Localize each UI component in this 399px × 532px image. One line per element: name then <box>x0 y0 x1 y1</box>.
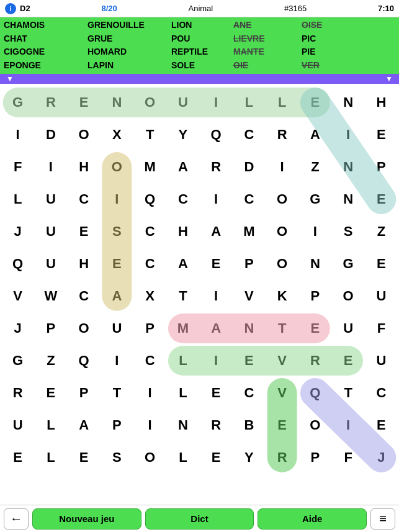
grid-cell[interactable]: E <box>101 248 133 280</box>
grid-cell[interactable]: R <box>298 345 331 377</box>
grid-cell[interactable]: A <box>298 119 331 151</box>
grid-cell[interactable]: Y <box>166 119 199 151</box>
grid-cell[interactable]: I <box>332 119 365 151</box>
menu-button[interactable]: ≡ <box>370 508 395 530</box>
grid-cell[interactable]: Q <box>298 377 331 409</box>
grid-cell[interactable]: O <box>266 248 298 280</box>
grid-cell[interactable]: V <box>266 345 298 377</box>
grid-cell[interactable]: V <box>266 377 298 409</box>
grid-cell[interactable]: C <box>133 248 166 280</box>
grid-cell[interactable]: P <box>34 312 67 345</box>
grid-cell[interactable]: E <box>200 248 233 280</box>
grid-cell[interactable]: D <box>34 119 67 151</box>
grid-cell[interactable]: P <box>101 409 133 441</box>
grid-cell[interactable]: H <box>68 248 101 280</box>
grid-cell[interactable]: C <box>133 345 166 377</box>
grid-cell[interactable]: I <box>101 183 133 215</box>
grid-cell[interactable]: O <box>266 215 298 248</box>
grid-cell[interactable]: Q <box>200 119 233 151</box>
grid-cell[interactable]: U <box>365 280 398 312</box>
grid-cell[interactable]: O <box>68 119 101 151</box>
grid-cell[interactable]: Y <box>233 441 266 474</box>
grid-cell[interactable]: L <box>166 377 199 409</box>
grid-cell[interactable]: Z <box>298 151 331 183</box>
grid-cell[interactable]: E <box>266 409 298 441</box>
grid-cell[interactable]: E <box>298 312 331 345</box>
grid-cell[interactable]: I <box>332 409 365 441</box>
grid-cell[interactable]: I <box>266 151 298 183</box>
grid-cell[interactable]: Z <box>365 215 398 248</box>
dict-button[interactable]: Dict <box>145 508 254 530</box>
grid-cell[interactable]: S <box>101 441 133 474</box>
grid-cell[interactable]: C <box>68 280 101 312</box>
grid-cell[interactable]: N <box>166 409 199 441</box>
grid-cell[interactable]: U <box>34 215 67 248</box>
grid-cell[interactable]: F <box>365 312 398 345</box>
grid-cell[interactable]: E <box>365 119 398 151</box>
grid-cell[interactable]: R <box>34 86 67 119</box>
new-game-button[interactable]: Nouveau jeu <box>32 508 141 530</box>
grid-cell[interactable]: T <box>166 280 199 312</box>
grid-cell[interactable]: O <box>133 441 166 474</box>
grid-cell[interactable]: E <box>68 441 101 474</box>
grid-cell[interactable]: I <box>298 215 331 248</box>
grid-cell[interactable]: M <box>233 215 266 248</box>
grid-cell[interactable]: E <box>34 377 67 409</box>
grid-cell[interactable]: E <box>200 441 233 474</box>
grid-cell[interactable]: F <box>332 441 365 474</box>
grid-cell[interactable]: D <box>233 151 266 183</box>
grid-cell[interactable]: G <box>1 86 34 119</box>
grid-cell[interactable]: O <box>298 409 331 441</box>
grid-cell[interactable]: H <box>68 151 101 183</box>
grid-cell[interactable]: I <box>200 86 233 119</box>
grid-cell[interactable]: E <box>68 215 101 248</box>
grid-cell[interactable]: I <box>34 151 67 183</box>
grid-cell[interactable]: Q <box>1 248 34 280</box>
grid-cell[interactable]: N <box>332 183 365 215</box>
grid-cell[interactable]: P <box>233 248 266 280</box>
grid-cell[interactable]: M <box>133 151 166 183</box>
grid-cell[interactable]: E <box>365 409 398 441</box>
grid-cell[interactable]: L <box>34 441 67 474</box>
grid-cell[interactable]: E <box>68 86 101 119</box>
grid-cell[interactable]: J <box>365 441 398 474</box>
grid-cell[interactable]: A <box>200 215 233 248</box>
grid-cell[interactable]: P <box>68 377 101 409</box>
grid-cell[interactable]: Z <box>34 345 67 377</box>
grid-cell[interactable]: C <box>233 377 266 409</box>
grid-cell[interactable]: P <box>133 312 166 345</box>
grid-cell[interactable]: I <box>200 345 233 377</box>
grid-cell[interactable]: O <box>133 86 166 119</box>
grid-cell[interactable]: E <box>298 86 331 119</box>
grid-cell[interactable]: C <box>68 183 101 215</box>
grid-cell[interactable]: U <box>1 409 34 441</box>
grid-cell[interactable]: T <box>266 312 298 345</box>
grid-cell[interactable]: C <box>233 119 266 151</box>
back-button[interactable]: ← <box>4 508 29 530</box>
grid-cell[interactable]: E <box>365 183 398 215</box>
grid-cell[interactable]: E <box>332 345 365 377</box>
grid-cell[interactable]: V <box>233 280 266 312</box>
grid-cell[interactable]: U <box>34 183 67 215</box>
grid-cell[interactable]: T <box>133 119 166 151</box>
grid-cell[interactable]: C <box>166 183 199 215</box>
grid-cell[interactable]: X <box>101 119 133 151</box>
grid-cell[interactable]: U <box>101 312 133 345</box>
grid-cell[interactable]: H <box>166 215 199 248</box>
grid-cell[interactable]: A <box>166 248 199 280</box>
grid-cell[interactable]: S <box>332 215 365 248</box>
grid-cell[interactable]: R <box>266 441 298 474</box>
grid-cell[interactable]: B <box>233 409 266 441</box>
grid-cell[interactable]: R <box>1 377 34 409</box>
grid-cell[interactable]: P <box>365 151 398 183</box>
grid-cell[interactable]: H <box>365 86 398 119</box>
grid-cell[interactable]: N <box>332 151 365 183</box>
grid-cell[interactable]: U <box>365 345 398 377</box>
grid-cell[interactable]: G <box>1 345 34 377</box>
grid-cell[interactable]: A <box>200 312 233 345</box>
grid-cell[interactable]: U <box>166 86 199 119</box>
grid-cell[interactable]: A <box>101 280 133 312</box>
grid-cell[interactable]: E <box>1 441 34 474</box>
grid-cell[interactable]: O <box>101 151 133 183</box>
grid-cell[interactable]: Q <box>133 183 166 215</box>
